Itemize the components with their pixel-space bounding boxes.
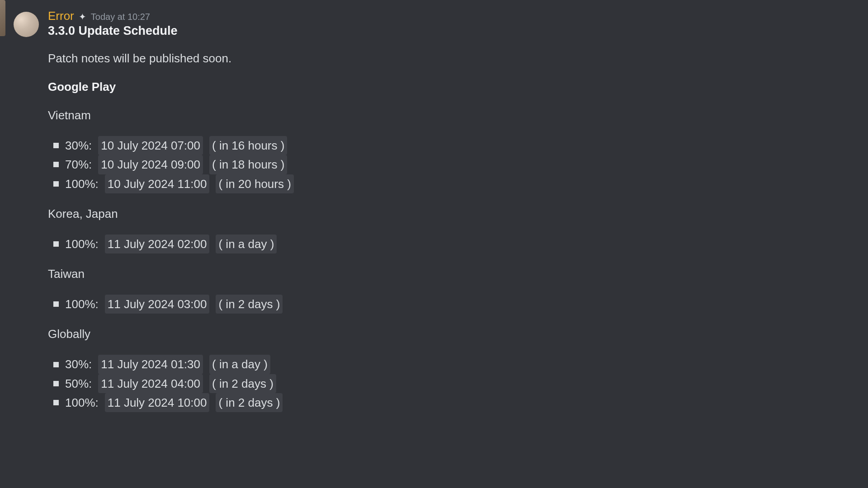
list-item: 100%:11 July 2024 10:00( in 2 days ) (53, 393, 868, 412)
region-name: Korea, Japan (48, 207, 868, 221)
bullet-icon (53, 162, 59, 167)
rollout-relative-time: ( in 2 days ) (216, 295, 283, 314)
bullet-icon (53, 400, 59, 405)
list-item: 100%:11 July 2024 02:00( in a day ) (53, 235, 868, 253)
message-content: Error ✦ Today at 10:27 3.3.0 Update Sche… (48, 9, 868, 426)
list-item: 70%:10 July 2024 09:00( in 18 hours ) (53, 155, 868, 174)
rollout-list: 30%:11 July 2024 01:30( in a day )50%:11… (48, 355, 868, 412)
regions-container: Vietnam30%:10 July 2024 07:00( in 16 hou… (48, 108, 868, 412)
rollout-timestamp: 10 July 2024 07:00 (98, 136, 203, 155)
region-name: Taiwan (48, 267, 868, 281)
rollout-timestamp: 10 July 2024 09:00 (98, 155, 203, 174)
bullet-icon (53, 362, 59, 367)
message-timestamp: Today at 10:27 (91, 12, 150, 22)
message-title: 3.3.0 Update Schedule (48, 24, 868, 38)
message-header: Error ✦ Today at 10:27 (48, 9, 868, 23)
rollout-relative-time: ( in 18 hours ) (209, 155, 287, 174)
rollout-timestamp: 10 July 2024 11:00 (105, 174, 210, 193)
rollout-percent: 100%: (65, 175, 99, 193)
username[interactable]: Error (48, 9, 74, 23)
rollout-relative-time: ( in 2 days ) (216, 393, 283, 412)
rollout-list: 100%:11 July 2024 03:00( in 2 days ) (48, 295, 868, 314)
rollout-list: 100%:11 July 2024 02:00( in a day ) (48, 235, 868, 253)
rollout-percent: 100%: (65, 295, 99, 313)
rollout-timestamp: 11 July 2024 01:30 (98, 355, 203, 374)
region-name: Vietnam (48, 108, 868, 122)
badge-icon: ✦ (79, 11, 86, 22)
rollout-percent: 100%: (65, 394, 99, 412)
avatar[interactable] (14, 12, 39, 37)
rollout-percent: 70%: (65, 155, 92, 174)
intro-text: Patch notes will be published soon. (48, 52, 868, 66)
message: Error ✦ Today at 10:27 3.3.0 Update Sche… (0, 0, 868, 426)
message-container: Error ✦ Today at 10:27 3.3.0 Update Sche… (0, 0, 868, 426)
bullet-icon (53, 381, 59, 386)
bullet-icon (53, 181, 59, 187)
rollout-timestamp: 11 July 2024 02:00 (105, 235, 210, 253)
store-heading: Google Play (48, 80, 868, 94)
bullet-icon (53, 143, 59, 148)
rollout-timestamp: 11 July 2024 10:00 (105, 393, 210, 412)
region-name: Globally (48, 327, 868, 341)
list-item: 100%:10 July 2024 11:00( in 20 hours ) (53, 174, 868, 193)
rollout-percent: 50%: (65, 375, 92, 393)
list-item: 100%:11 July 2024 03:00( in 2 days ) (53, 295, 868, 314)
rollout-timestamp: 11 July 2024 04:00 (98, 374, 203, 393)
rollout-list: 30%:10 July 2024 07:00( in 16 hours )70%… (48, 136, 868, 193)
rollout-relative-time: ( in a day ) (209, 355, 270, 374)
rollout-timestamp: 11 July 2024 03:00 (105, 295, 210, 314)
bullet-icon (53, 241, 59, 247)
rollout-relative-time: ( in 16 hours ) (209, 136, 287, 155)
rollout-relative-time: ( in 2 days ) (209, 374, 276, 393)
rollout-relative-time: ( in a day ) (216, 235, 277, 253)
list-item: 50%:11 July 2024 04:00( in 2 days ) (53, 374, 868, 393)
rollout-relative-time: ( in 20 hours ) (216, 174, 293, 193)
bullet-icon (53, 301, 59, 307)
rollout-percent: 30%: (65, 136, 92, 155)
list-item: 30%:10 July 2024 07:00( in 16 hours ) (53, 136, 868, 155)
rollout-percent: 30%: (65, 355, 92, 373)
rollout-percent: 100%: (65, 235, 99, 253)
list-item: 30%:11 July 2024 01:30( in a day ) (53, 355, 868, 374)
